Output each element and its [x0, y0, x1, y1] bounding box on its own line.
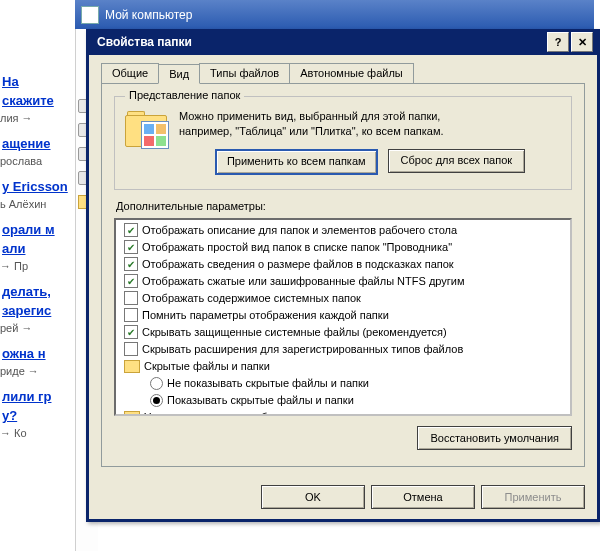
tab-offline-files[interactable]: Автономные файлы [289, 63, 414, 83]
bg-sub: лия → [0, 112, 75, 124]
folder-views-groupbox: Представление папок Можно применить вид,… [114, 96, 572, 190]
checkbox-icon[interactable] [124, 325, 138, 339]
bg-link[interactable]: ожна н [2, 346, 73, 361]
radio-icon[interactable] [150, 394, 163, 407]
bg-sub: рослава [0, 155, 75, 167]
checkbox-icon[interactable] [124, 257, 138, 271]
option-hidden-files-show[interactable]: Показывать скрытые файлы и папки [120, 392, 572, 409]
bg-link[interactable]: скажите [2, 93, 73, 108]
folder-icon [124, 411, 140, 416]
bg-sub: ь Алёхин [0, 198, 75, 210]
bg-link[interactable]: На [2, 74, 73, 89]
tab-view[interactable]: Вид [158, 64, 200, 84]
option-simple-folder-view[interactable]: Отображать простой вид папок в списке па… [120, 239, 572, 256]
ok-button[interactable]: OK [261, 485, 365, 509]
bg-link[interactable]: али [2, 241, 73, 256]
option-hide-extensions[interactable]: Скрывать расширения для зарегистрированн… [120, 341, 572, 358]
bg-link[interactable]: лили гр [2, 389, 73, 404]
groupbox-legend: Представление папок [125, 89, 244, 101]
restore-defaults-button[interactable]: Восстановить умолчания [417, 426, 572, 450]
bg-link[interactable]: зарегис [2, 303, 73, 318]
checkbox-icon[interactable] [124, 223, 138, 237]
checkbox-icon[interactable] [124, 240, 138, 254]
apply-button[interactable]: Применить [481, 485, 585, 509]
folder-icon [124, 360, 140, 373]
dialog-title: Свойства папки [97, 35, 192, 49]
dialog-button-bar: OK Отмена Применить [101, 477, 585, 509]
bg-sub: риде → [0, 365, 75, 377]
reset-all-folders-button[interactable]: Сброс для всех папок [388, 149, 526, 173]
option-show-size-info[interactable]: Отображать сведения о размере файлов в п… [120, 256, 572, 273]
folder-views-icon [125, 109, 167, 147]
advanced-settings-tree[interactable]: Отображать описание для папок и элементо… [114, 218, 572, 416]
tab-strip: Общие Вид Типы файлов Автономные файлы [101, 63, 585, 84]
radio-icon[interactable] [150, 377, 163, 390]
checkbox-icon[interactable] [124, 291, 138, 305]
bg-sub: → Ко [0, 427, 75, 439]
background-page-links: На скажите лия → ащение рослава у Ericss… [0, 0, 75, 551]
checkbox-icon[interactable] [124, 342, 138, 356]
apply-to-all-folders-button[interactable]: Применить ко всем папкам [215, 149, 378, 175]
bg-sub: рей → [0, 322, 75, 334]
dialog-titlebar[interactable]: Свойства папки ? ✕ [89, 29, 597, 55]
folder-options-dialog: Свойства папки ? ✕ Общие Вид Типы файлов… [86, 29, 600, 522]
option-ntfs-color[interactable]: Отображать сжатые или зашифрованные файл… [120, 273, 572, 290]
advanced-settings-label: Дополнительные параметры: [116, 200, 572, 212]
option-show-system-contents[interactable]: Отображать содержимое системных папок [120, 290, 572, 307]
bg-link[interactable]: у Ericsson [2, 179, 73, 194]
option-hidden-files-group: Скрытые файлы и папки [120, 358, 572, 375]
checkbox-icon[interactable] [124, 274, 138, 288]
close-button[interactable]: ✕ [571, 32, 593, 52]
cancel-button[interactable]: Отмена [371, 485, 475, 509]
checkbox-icon[interactable] [124, 308, 138, 322]
explorer-title: Мой компьютер [105, 8, 192, 22]
bg-link[interactable]: орали м [2, 222, 73, 237]
option-hide-protected-os[interactable]: Скрывать защищенные системные файлы (рек… [120, 324, 572, 341]
option-hidden-files-hide[interactable]: Не показывать скрытые файлы и папки [120, 375, 572, 392]
bg-sub: → Пр [0, 260, 75, 272]
option-web-page-pairs: Управление парами веб-страниц и папок [120, 409, 572, 416]
tab-general[interactable]: Общие [101, 63, 159, 83]
folder-views-description: Можно применить вид, выбранный для этой … [179, 109, 561, 175]
tab-panel-view: Представление папок Можно применить вид,… [101, 84, 585, 467]
bg-link[interactable]: у? [2, 408, 73, 423]
bg-link[interactable]: делать, [2, 284, 73, 299]
bg-link[interactable]: ащение [2, 136, 73, 151]
tab-file-types[interactable]: Типы файлов [199, 63, 290, 83]
explorer-titlebar[interactable]: Мой компьютер [75, 0, 594, 29]
option-show-descriptions[interactable]: Отображать описание для папок и элементо… [120, 222, 572, 239]
my-computer-icon [81, 6, 99, 24]
help-button[interactable]: ? [547, 32, 569, 52]
option-remember-view[interactable]: Помнить параметры отображения каждой пап… [120, 307, 572, 324]
